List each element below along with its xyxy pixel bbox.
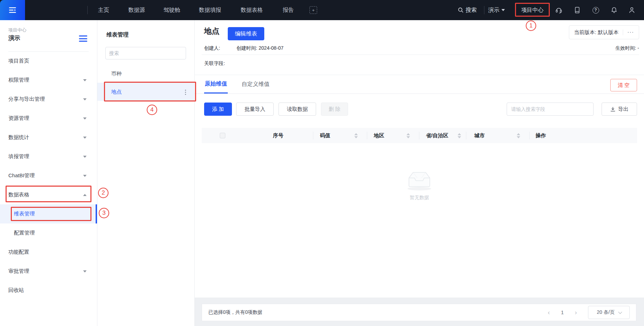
add-button[interactable]: 添 加 <box>204 103 232 116</box>
prev-page-icon[interactable]: ‹ <box>548 309 550 316</box>
top-bar: 主页 数据源 驾驶舱 数据填报 数据表格 报告 + 搜索 演示 项目中心 ? <box>0 0 644 20</box>
dim-table-item-currency[interactable]: 币种 <box>97 65 194 83</box>
selection-summary: 已选择0项，共有0项数据 <box>208 309 263 316</box>
topnav-datasource[interactable]: 数据源 <box>128 0 145 20</box>
header-divider <box>202 55 639 55</box>
column-province: 省/自治区 <box>419 128 466 143</box>
detail-card: 地点 编辑维表 当前版本: 默认版本 ··· 创建人: 创建时间: 2024-0… <box>195 20 644 298</box>
support-headset-icon[interactable] <box>555 6 563 14</box>
download-icon <box>610 107 615 112</box>
topnav-home[interactable]: 主页 <box>98 0 109 20</box>
table-header: 序号 码值 地区 省/自治区 城市 操作 <box>202 128 637 143</box>
chevron-down-icon <box>83 79 87 81</box>
column-region: 地区 <box>367 128 419 143</box>
sidebar-item-data-stats[interactable]: 数据统计 <box>0 128 97 147</box>
main-area: 地点 编辑维表 当前版本: 默认版本 ··· 创建人: 创建时间: 2024-0… <box>195 20 644 326</box>
sidebar-item-entry-mgmt[interactable]: 填报管理 <box>0 147 97 166</box>
chevron-down-icon <box>83 98 87 100</box>
chevron-down-icon <box>501 9 505 11</box>
search-icon <box>458 7 464 13</box>
read-data-button[interactable]: 读取数据 <box>279 103 316 116</box>
meta-row: 创建人: 创建时间: 2024-08-07 生效时间: - <box>204 45 639 52</box>
effective-time-value: - <box>637 45 639 51</box>
sort-toggle-icon[interactable] <box>354 133 358 138</box>
chevron-down-icon <box>83 137 87 139</box>
column-city: 城市 <box>466 128 529 143</box>
sidebar-item-data-table[interactable]: 数据表格 <box>0 185 97 204</box>
column-serial: 序号 <box>243 128 313 143</box>
sidebar-item-function-config[interactable]: 功能配置 <box>0 243 97 262</box>
sort-toggle-icon[interactable] <box>458 133 461 138</box>
sidebar-item-permissions[interactable]: 权限管理 <box>0 71 97 90</box>
chevron-down-icon <box>83 175 87 177</box>
dim-table-panel: 维表管理 + 币种 地点 <box>97 20 195 326</box>
version-more-icon[interactable]: ··· <box>627 29 634 35</box>
page-size-select[interactable]: 20 条/页 <box>588 306 630 319</box>
table-header-checkbox-cell <box>202 128 243 143</box>
chevron-down-icon <box>618 310 622 314</box>
table-footer: 已选择0项，共有0项数据 ‹ 1 › 20 条/页 <box>202 304 636 321</box>
clear-button[interactable]: 清 空 <box>610 79 637 91</box>
related-fields-label: 关联字段: <box>204 60 225 67</box>
field-search-input[interactable] <box>507 103 594 116</box>
dim-panel-title: 维表管理 <box>106 31 129 39</box>
global-search-button[interactable]: 搜索 <box>458 0 477 20</box>
topbar-divider <box>484 6 484 14</box>
chevron-down-icon <box>83 156 87 158</box>
topbar-divider <box>87 6 88 14</box>
edit-dim-table-button[interactable]: 编辑维表 <box>228 27 264 40</box>
next-page-icon[interactable]: › <box>575 309 577 316</box>
sidebar-item-recycle-bin[interactable]: 回收站 <box>0 281 97 300</box>
select-all-checkbox[interactable] <box>220 133 225 138</box>
topnav-dashboard[interactable]: 驾驶舱 <box>163 0 180 20</box>
sidebar-menu: 项目首页 权限管理 分享与导出管理 资源管理 数据统计 填报管理 ChatBI管… <box>0 51 97 300</box>
created-time-value: 2024-08-07 <box>259 45 284 51</box>
sidebar-item-dim-table-mgmt[interactable]: 维表管理 <box>0 204 97 223</box>
topnav-report[interactable]: 报告 <box>283 0 294 20</box>
workspace-label: 演示 <box>488 7 499 14</box>
empty-state-text: 暂无数据 <box>202 195 637 201</box>
tab-custom-values[interactable]: 自定义维值 <box>241 75 270 93</box>
topnav-data-entry[interactable]: 数据填报 <box>199 0 221 20</box>
sidebar-item-share-export[interactable]: 分享与导出管理 <box>0 90 97 109</box>
value-tabs: 原始维值 自定义维值 <box>195 75 644 94</box>
sidebar-app-label: 项目中心 <box>8 27 26 33</box>
creator-label: 创建人: <box>204 45 220 51</box>
tab-original-values[interactable]: 原始维值 <box>204 75 228 93</box>
delete-button[interactable]: 删 除 <box>321 103 348 116</box>
sidebar-item-project-home[interactable]: 项目首页 <box>0 51 97 71</box>
batch-import-button[interactable]: 批量导入 <box>236 103 274 116</box>
mobile-device-icon[interactable] <box>573 6 581 14</box>
sidebar-workspace-name: 演示 <box>8 34 20 42</box>
sidebar-item-config-mgmt[interactable]: 配置管理 <box>0 223 97 243</box>
notification-bell-icon[interactable] <box>610 6 618 14</box>
help-icon[interactable]: ? <box>592 6 599 14</box>
user-avatar-icon[interactable] <box>628 6 636 14</box>
hamburger-icon <box>8 6 17 14</box>
dim-panel-search-input[interactable] <box>105 47 186 59</box>
sidebar-item-approval[interactable]: 审批管理 <box>0 262 97 281</box>
column-actions: 操作 <box>529 128 637 143</box>
export-button[interactable]: 导出 <box>602 103 637 116</box>
more-actions-icon[interactable] <box>185 92 186 93</box>
sidebar-item-chatbi[interactable]: ChatBI管理 <box>0 166 97 185</box>
chevron-down-icon <box>83 270 87 272</box>
current-page-number[interactable]: 1 <box>561 310 564 315</box>
page-title: 地点 <box>204 26 219 36</box>
topnav-data-table[interactable]: 数据表格 <box>241 0 263 20</box>
sidebar-collapse-icon[interactable] <box>79 35 87 42</box>
add-module-icon[interactable]: + <box>309 6 317 14</box>
effective-time-label: 生效时间: <box>615 45 636 51</box>
dim-table-item-location[interactable]: 地点 <box>97 83 194 101</box>
chevron-up-icon <box>83 194 87 196</box>
sidebar-item-resources[interactable]: 资源管理 <box>0 109 97 128</box>
workspace-dropdown[interactable]: 演示 <box>488 0 505 20</box>
empty-box-icon <box>405 170 434 191</box>
current-version-button[interactable]: 当前版本: 默认版本 ··· <box>569 25 639 39</box>
sort-toggle-icon[interactable] <box>517 133 520 138</box>
project-sidebar: 项目中心 演示 项目首页 权限管理 分享与导出管理 资源管理 数据统计 填报管理… <box>0 20 97 326</box>
menu-toggle-button[interactable] <box>0 0 25 20</box>
project-center-button[interactable]: 项目中心 <box>515 0 550 20</box>
chevron-down-icon <box>83 117 87 120</box>
sort-toggle-icon[interactable] <box>406 133 410 138</box>
